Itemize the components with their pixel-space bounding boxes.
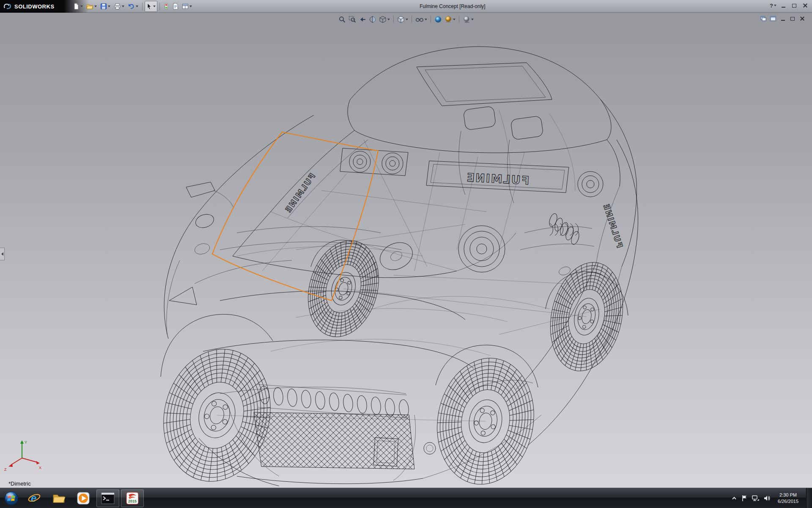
view-settings-button[interactable] bbox=[462, 15, 475, 24]
open-folder-icon bbox=[86, 3, 93, 10]
close-icon bbox=[803, 3, 807, 8]
apply-scene-button[interactable] bbox=[444, 15, 456, 24]
doc-close-button[interactable] bbox=[798, 15, 806, 22]
dropdown-caret bbox=[425, 19, 427, 20]
close-icon bbox=[800, 17, 804, 21]
system-tray: 2:30 PM 6/26/2015 bbox=[731, 488, 812, 508]
title-bar: SOLIDWORKS bbox=[0, 0, 812, 13]
panel-collapse-tab[interactable] bbox=[0, 248, 5, 260]
taskbar-apps: e bbox=[0, 488, 144, 508]
fulmine-badge-left: FULMINE bbox=[283, 171, 317, 215]
display-style-button[interactable] bbox=[378, 15, 391, 24]
zoom-to-fit-icon bbox=[338, 16, 346, 23]
taskbar-clock[interactable]: 2:30 PM 6/26/2015 bbox=[774, 492, 802, 504]
dropdown-caret bbox=[453, 19, 455, 20]
save-button[interactable] bbox=[99, 1, 112, 12]
command-prompt-button[interactable] bbox=[96, 489, 119, 507]
volume-button[interactable] bbox=[763, 495, 770, 502]
fulmine-badge-right: FULMINE bbox=[601, 202, 625, 249]
minimize-button[interactable] bbox=[779, 2, 787, 9]
toolbar-separator bbox=[142, 3, 143, 10]
front-grille-mesh bbox=[182, 406, 532, 476]
document-window-controls bbox=[760, 15, 806, 22]
previous-view-icon bbox=[359, 16, 366, 23]
command-prompt-icon bbox=[101, 492, 115, 505]
minimize-icon bbox=[782, 7, 785, 8]
restore-icon bbox=[790, 17, 795, 21]
appearance-sphere-icon bbox=[434, 16, 442, 23]
solidworks-app-icon: 2015 bbox=[125, 491, 140, 505]
clock-date: 6/26/2015 bbox=[778, 498, 798, 504]
internet-explorer-icon: e bbox=[27, 491, 41, 505]
network-status-button[interactable] bbox=[752, 495, 759, 502]
start-button[interactable] bbox=[2, 489, 21, 507]
wheels-group bbox=[150, 232, 632, 488]
view-orientation-label: *Dimetric bbox=[8, 480, 31, 487]
action-center-button[interactable] bbox=[741, 495, 747, 502]
new-document-icon bbox=[73, 3, 80, 10]
media-player-icon bbox=[76, 491, 91, 505]
doc-minimize-button[interactable] bbox=[779, 15, 787, 22]
toolbar-separator bbox=[411, 16, 412, 23]
restore-button[interactable] bbox=[790, 2, 798, 9]
section-view-button[interactable] bbox=[368, 15, 377, 24]
toolbar-separator bbox=[459, 16, 459, 23]
undo-button[interactable] bbox=[126, 1, 140, 12]
view-orientation-button[interactable] bbox=[396, 15, 409, 24]
print-button[interactable] bbox=[112, 1, 126, 12]
printer-icon bbox=[114, 3, 121, 10]
scene-sphere-icon bbox=[444, 16, 452, 23]
dropdown-caret bbox=[94, 6, 97, 7]
titlebar-controls: ? bbox=[770, 2, 809, 9]
solidworks-window: SOLIDWORKS bbox=[0, 0, 812, 508]
front-louvers bbox=[257, 384, 409, 418]
dropdown-caret bbox=[108, 6, 110, 7]
window-title: Fulmine Concept [Read-only] bbox=[144, 0, 761, 13]
collapse-arrow-icon bbox=[1, 252, 3, 256]
zoom-to-fit-button[interactable] bbox=[337, 15, 347, 24]
windows-taskbar: e bbox=[0, 488, 812, 508]
hide-show-items-button[interactable] bbox=[414, 15, 428, 24]
dropdown-caret bbox=[406, 19, 408, 20]
wheel-wireframe bbox=[428, 351, 544, 488]
pane-window-button-2[interactable] bbox=[769, 15, 777, 22]
triad-y-label: Y bbox=[25, 440, 27, 444]
help-button[interactable]: ? bbox=[770, 3, 776, 9]
section-view-icon bbox=[369, 16, 376, 23]
solidworks-2015-button[interactable]: 2015 bbox=[121, 489, 144, 507]
clock-time: 2:30 PM bbox=[778, 492, 798, 498]
doc-restore-button[interactable] bbox=[789, 15, 796, 22]
file-explorer-button[interactable] bbox=[47, 489, 70, 507]
dropdown-caret bbox=[80, 6, 83, 7]
flag-icon bbox=[741, 495, 747, 502]
show-desktop-button[interactable] bbox=[806, 488, 812, 508]
zoom-to-area-button[interactable] bbox=[348, 15, 357, 24]
internet-explorer-button[interactable]: e bbox=[23, 489, 46, 507]
new-document-button[interactable] bbox=[71, 1, 85, 12]
help-icon: ? bbox=[770, 3, 773, 9]
wireframe-model: FULMINE FULMINE FULMINE Y X Z bbox=[0, 13, 812, 488]
brand-wordmark: SOLIDWORKS bbox=[14, 3, 55, 10]
display-style-cube-icon bbox=[379, 16, 387, 23]
close-button[interactable] bbox=[801, 2, 809, 9]
3ds-logo-icon bbox=[3, 3, 12, 10]
media-player-button[interactable] bbox=[72, 489, 95, 507]
selected-sketch-outline[interactable] bbox=[212, 132, 378, 301]
open-document-button[interactable] bbox=[85, 1, 99, 12]
hidden-icons-button[interactable] bbox=[731, 495, 737, 501]
ie-letter-glyph: e bbox=[31, 492, 36, 504]
triad-x-label: X bbox=[39, 466, 41, 470]
window-pane-icon bbox=[760, 16, 766, 21]
speaker-icon bbox=[763, 495, 770, 502]
dropdown-caret bbox=[136, 6, 138, 7]
previous-view-button[interactable] bbox=[358, 15, 367, 24]
edit-appearance-button[interactable] bbox=[433, 15, 443, 24]
window-pane-icon bbox=[770, 16, 776, 21]
graphics-area[interactable]: FULMINE FULMINE FULMINE Y X Z bbox=[0, 13, 812, 488]
dropdown-caret bbox=[774, 5, 776, 6]
restore-icon bbox=[792, 4, 796, 8]
dropdown-caret bbox=[122, 6, 124, 7]
toolbar-separator bbox=[393, 16, 394, 23]
reference-triad: Y X Z bbox=[4, 440, 41, 472]
pane-window-button-1[interactable] bbox=[760, 15, 767, 22]
